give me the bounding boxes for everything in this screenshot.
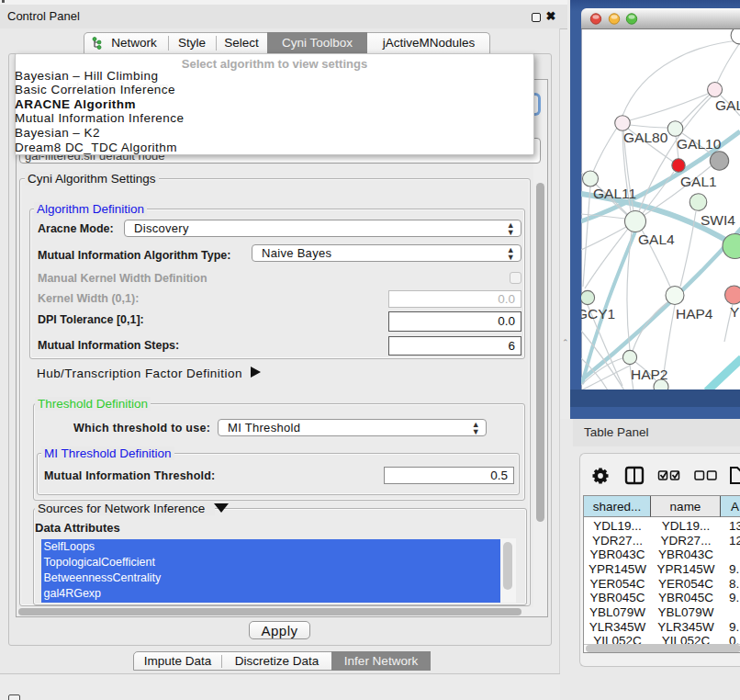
svg-text:HAP4: HAP4 [676,306,713,322]
svg-text:GAL7: GAL7 [715,97,740,113]
svg-text:GAL4: GAL4 [638,231,675,247]
svg-text:GAL80: GAL80 [623,130,668,145]
svg-text:GAL1: GAL1 [680,174,717,189]
svg-text:GAL10: GAL10 [677,136,722,152]
svg-text:SWI4: SWI4 [701,212,735,228]
svg-text:HAP2: HAP2 [631,367,668,382]
svg-text:GAL11: GAL11 [593,186,636,201]
svg-text:Y: Y [730,304,739,320]
svg-text:GCY1: GCY1 [581,306,615,322]
